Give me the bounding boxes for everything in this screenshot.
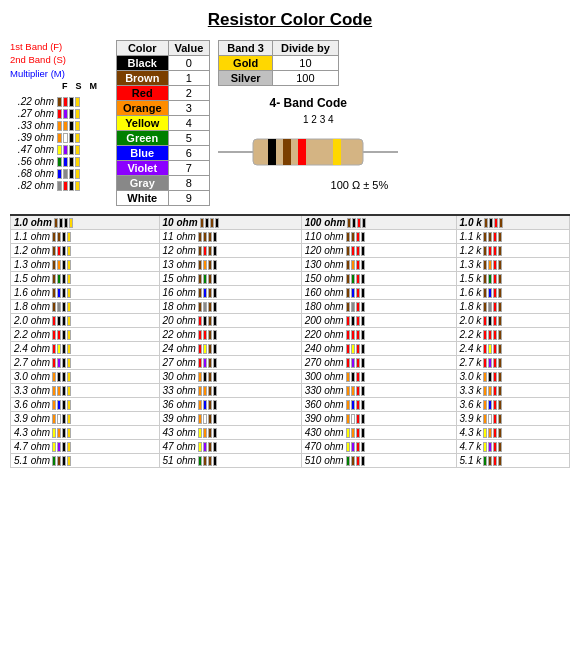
cell-label: 110 ohm bbox=[305, 231, 344, 242]
cell-label: 150 ohm bbox=[305, 273, 344, 284]
ohm-row: .39 ohm bbox=[10, 132, 110, 143]
cell-label: 5.1 ohm bbox=[14, 455, 50, 466]
data-cell: 22 ohm bbox=[159, 328, 301, 342]
cell-label: 270 ohm bbox=[305, 357, 344, 368]
data-cell: 3.3 ohm bbox=[11, 384, 160, 398]
data-cell: 47 ohm bbox=[159, 440, 301, 454]
cell-label: 4.3 k bbox=[460, 427, 482, 438]
band3-color-cell: Gold bbox=[219, 56, 273, 71]
cell-label: 33 ohm bbox=[163, 385, 196, 396]
cell-label: 390 ohm bbox=[305, 413, 344, 424]
cell-label: 2.2 k bbox=[460, 329, 482, 340]
data-cell: 2.2 ohm bbox=[11, 328, 160, 342]
data-cell: 4.3 k bbox=[456, 426, 569, 440]
data-cell: 2.4 k bbox=[456, 342, 569, 356]
cell-label: 3.6 ohm bbox=[14, 399, 50, 410]
cell-label: 1.8 ohm bbox=[14, 301, 50, 312]
cell-label: 22 ohm bbox=[163, 329, 196, 340]
data-cell: 200 ohm bbox=[301, 314, 456, 328]
cell-label: 5.1 k bbox=[460, 455, 482, 466]
color-cell: Gray bbox=[117, 176, 169, 191]
data-row: 1.6 ohm16 ohm160 ohm1.6 k bbox=[11, 286, 570, 300]
cell-label: 2.0 ohm bbox=[14, 315, 50, 326]
cell-label: 2.4 ohm bbox=[14, 343, 50, 354]
color-cell: Brown bbox=[117, 71, 169, 86]
data-cell: 24 ohm bbox=[159, 342, 301, 356]
data-cell: 110 ohm bbox=[301, 230, 456, 244]
data-cell: 16 ohm bbox=[159, 286, 301, 300]
data-cell: 470 ohm bbox=[301, 440, 456, 454]
cell-label: 15 ohm bbox=[163, 273, 196, 284]
data-cell: 15 ohm bbox=[159, 272, 301, 286]
data-row: 3.3 ohm33 ohm330 ohm3.3 k bbox=[11, 384, 570, 398]
value-cell: 9 bbox=[168, 191, 210, 206]
cell-label: 10 ohm bbox=[163, 217, 198, 228]
data-row: 4.3 ohm43 ohm430 ohm4.3 k bbox=[11, 426, 570, 440]
cell-label: 1.5 k bbox=[460, 273, 482, 284]
cell-label: 470 ohm bbox=[305, 441, 344, 452]
value-cell: 0 bbox=[168, 56, 210, 71]
cell-label: 300 ohm bbox=[305, 371, 344, 382]
ohm-rows: .22 ohm.27 ohm.33 ohm.39 ohm.47 ohm.56 o… bbox=[10, 96, 110, 191]
cell-label: 200 ohm bbox=[305, 315, 344, 326]
data-cell: 3.9 ohm bbox=[11, 412, 160, 426]
value-cell: 8 bbox=[168, 176, 210, 191]
formula: 100 Ω ± 5% bbox=[218, 179, 388, 191]
color-cell: Blue bbox=[117, 146, 169, 161]
data-cell: 5.1 ohm bbox=[11, 454, 160, 468]
data-cell: 4.3 ohm bbox=[11, 426, 160, 440]
svg-rect-3 bbox=[268, 139, 276, 165]
cell-label: 16 ohm bbox=[163, 287, 196, 298]
cell-label: 51 ohm bbox=[163, 455, 196, 466]
data-row: 1.1 ohm11 ohm110 ohm1.1 k bbox=[11, 230, 570, 244]
cell-label: 18 ohm bbox=[163, 301, 196, 312]
data-cell: 39 ohm bbox=[159, 412, 301, 426]
color-cell: Orange bbox=[117, 101, 169, 116]
data-cell: 1.8 k bbox=[456, 300, 569, 314]
data-cell: 1.1 ohm bbox=[11, 230, 160, 244]
ohm-row: .33 ohm bbox=[10, 120, 110, 131]
cell-label: 20 ohm bbox=[163, 315, 196, 326]
data-table: 1.0 ohm10 ohm100 ohm1.0 k1.1 ohm11 ohm11… bbox=[10, 214, 570, 468]
diagram-label: 4- Band Code bbox=[218, 96, 398, 110]
cell-label: 47 ohm bbox=[163, 441, 196, 452]
resistor-svg bbox=[218, 127, 398, 177]
data-row: 2.0 ohm20 ohm200 ohm2.0 k bbox=[11, 314, 570, 328]
data-cell: 300 ohm bbox=[301, 370, 456, 384]
data-cell: 1.5 k bbox=[456, 272, 569, 286]
ohm-row: .68 ohm bbox=[10, 168, 110, 179]
value-cell: 7 bbox=[168, 161, 210, 176]
data-cell: 13 ohm bbox=[159, 258, 301, 272]
ohm-label: .39 ohm bbox=[10, 132, 54, 143]
cell-label: 11 ohm bbox=[163, 231, 196, 242]
data-row: 5.1 ohm51 ohm510 ohm5.1 k bbox=[11, 454, 570, 468]
data-cell: 1.6 k bbox=[456, 286, 569, 300]
data-cell: 390 ohm bbox=[301, 412, 456, 426]
cell-label: 27 ohm bbox=[163, 357, 196, 368]
page-title: Resistor Color Code bbox=[10, 10, 570, 30]
data-cell: 2.0 ohm bbox=[11, 314, 160, 328]
cell-label: 430 ohm bbox=[305, 427, 344, 438]
ohm-row: .82 ohm bbox=[10, 180, 110, 191]
right-panel: Band 3Divide byGold10Silver100 4- Band C… bbox=[218, 40, 398, 206]
cell-label: 24 ohm bbox=[163, 343, 196, 354]
cell-label: 360 ohm bbox=[305, 399, 344, 410]
color-cell: Black bbox=[117, 56, 169, 71]
f-label: F bbox=[62, 80, 68, 93]
data-cell: 1.6 ohm bbox=[11, 286, 160, 300]
value-cell: 3 bbox=[168, 101, 210, 116]
cell-label: 3.6 k bbox=[460, 399, 482, 410]
data-cell: 27 ohm bbox=[159, 356, 301, 370]
data-row: 2.4 ohm24 ohm240 ohm2.4 k bbox=[11, 342, 570, 356]
ohm-label: .22 ohm bbox=[10, 96, 54, 107]
cell-label: 43 ohm bbox=[163, 427, 196, 438]
data-row: 1.8 ohm18 ohm180 ohm1.8 k bbox=[11, 300, 570, 314]
band3-row: Silver100 bbox=[219, 71, 339, 86]
cell-label: 100 ohm bbox=[305, 217, 346, 228]
color-row: Green5 bbox=[117, 131, 210, 146]
data-cell: 240 ohm bbox=[301, 342, 456, 356]
left-panel: 1st Band (F) 2nd Band (S) Multiplier (M)… bbox=[10, 40, 110, 206]
data-cell: 160 ohm bbox=[301, 286, 456, 300]
color-row: Blue6 bbox=[117, 146, 210, 161]
data-cell: 11 ohm bbox=[159, 230, 301, 244]
